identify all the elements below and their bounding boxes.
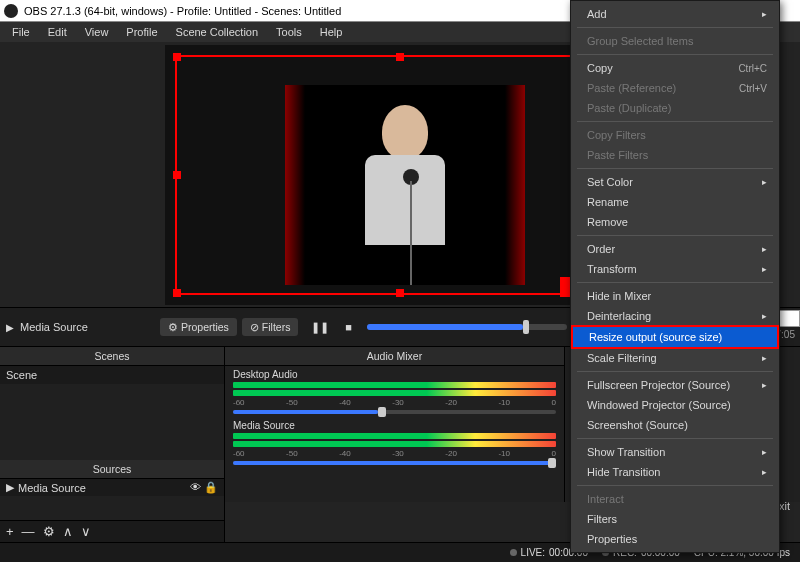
track-label: Media Source (233, 420, 556, 431)
ctx-interact: Interact (571, 489, 779, 509)
menu-view[interactable]: View (77, 24, 117, 40)
audio-meter (233, 433, 556, 439)
mixer-header: Audio Mixer (225, 347, 564, 366)
scene-item[interactable]: Scene (0, 366, 224, 384)
ctx-add[interactable]: Add▸ (571, 4, 779, 24)
context-menu: Add▸ Group Selected Items CopyCtrl+C Pas… (570, 0, 780, 553)
ctx-filters[interactable]: Filters (571, 509, 779, 529)
audio-meter (233, 390, 556, 396)
ctx-transform[interactable]: Transform▸ (571, 259, 779, 279)
ctx-paste-dup: Paste (Duplicate) (571, 98, 779, 118)
play-icon: ▶ (6, 322, 14, 333)
menu-tools[interactable]: Tools (268, 24, 310, 40)
media-stop-button[interactable]: ■ (339, 318, 357, 336)
audio-mixer-panel: Audio Mixer Desktop Audio -60-50-40-30-2… (225, 347, 565, 502)
resize-handle[interactable] (173, 53, 181, 61)
visibility-icon[interactable]: 👁 (190, 481, 201, 493)
ctx-paste-filters: Paste Filters (571, 145, 779, 165)
ctx-resize-output[interactable]: Resize output (source size) (571, 325, 779, 349)
audio-meter (233, 382, 556, 388)
ctx-windowed-projector[interactable]: Windowed Projector (Source) (571, 395, 779, 415)
ctx-properties[interactable]: Properties (571, 529, 779, 549)
ctx-fullscreen-projector[interactable]: Fullscreen Projector (Source)▸ (571, 375, 779, 395)
remove-source-button[interactable]: — (22, 524, 35, 539)
menu-edit[interactable]: Edit (40, 24, 75, 40)
resize-handle[interactable] (396, 53, 404, 61)
play-icon: ▶ (6, 481, 14, 494)
lock-icon[interactable]: 🔒 (204, 481, 218, 493)
media-seek-slider[interactable] (367, 324, 567, 330)
source-up-button[interactable]: ∧ (63, 524, 73, 539)
sources-header: Sources (0, 460, 224, 479)
sources-footer: + — ⚙ ∧ ∨ (0, 520, 224, 542)
ctx-screenshot[interactable]: Screenshot (Source) (571, 415, 779, 435)
scenes-header: Scenes (0, 347, 224, 366)
ctx-copy-filters: Copy Filters (571, 125, 779, 145)
sources-panel: Sources ▶Media Source 👁 🔒 + — ⚙ ∧ ∨ (0, 460, 225, 542)
menu-scene-collection[interactable]: Scene Collection (168, 24, 267, 40)
ctx-deinterlacing[interactable]: Deinterlacing▸ (571, 306, 779, 326)
ctx-order[interactable]: Order▸ (571, 239, 779, 259)
ctx-remove[interactable]: Remove (571, 212, 779, 232)
ctx-rename[interactable]: Rename (571, 192, 779, 212)
ctx-hide-transition[interactable]: Hide Transition▸ (571, 462, 779, 482)
selection-box[interactable] (175, 55, 625, 295)
live-dot-icon (510, 549, 517, 556)
resize-handle[interactable] (173, 171, 181, 179)
gear-icon: ⚙ (168, 321, 178, 333)
media-pause-button[interactable]: ❚❚ (311, 318, 329, 336)
ctx-scale-filtering[interactable]: Scale Filtering▸ (571, 348, 779, 368)
filters-button[interactable]: ⊘Filters (242, 318, 299, 336)
source-settings-button[interactable]: ⚙ (43, 524, 55, 539)
menu-profile[interactable]: Profile (118, 24, 165, 40)
mixer-track-media: Media Source -60-50-40-30-20-100 (225, 417, 564, 468)
submenu-icon: ▸ (762, 9, 767, 19)
ctx-copy[interactable]: CopyCtrl+C (571, 58, 779, 78)
ctx-paste-ref: Paste (Reference)Ctrl+V (571, 78, 779, 98)
selected-source-label: Media Source (20, 321, 160, 333)
mixer-track-desktop: Desktop Audio -60-50-40-30-20-100 (225, 366, 564, 417)
add-source-button[interactable]: + (6, 524, 14, 539)
ctx-group: Group Selected Items (571, 31, 779, 51)
volume-slider[interactable] (233, 461, 556, 465)
ctx-set-color[interactable]: Set Color▸ (571, 172, 779, 192)
source-item[interactable]: ▶Media Source 👁 🔒 (0, 479, 224, 496)
audio-meter (233, 441, 556, 447)
volume-slider[interactable] (233, 410, 556, 414)
track-label: Desktop Audio (233, 369, 556, 380)
source-down-button[interactable]: ∨ (81, 524, 91, 539)
app-icon (4, 4, 18, 18)
ctx-show-transition[interactable]: Show Transition▸ (571, 442, 779, 462)
menu-help[interactable]: Help (312, 24, 351, 40)
resize-handle[interactable] (396, 289, 404, 297)
menu-file[interactable]: File (4, 24, 38, 40)
resize-handle[interactable] (173, 289, 181, 297)
properties-button[interactable]: ⚙Properties (160, 318, 237, 336)
ctx-hide-mixer[interactable]: Hide in Mixer (571, 286, 779, 306)
